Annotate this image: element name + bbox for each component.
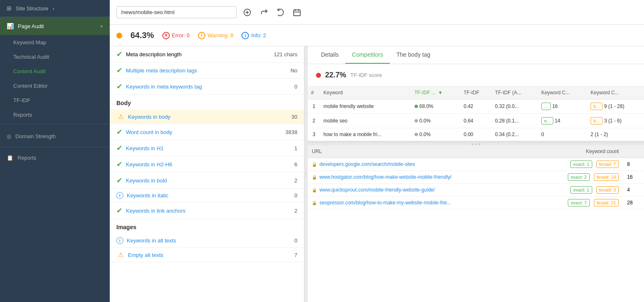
sidebar-item-reports-sub[interactable]: Reports	[0, 108, 110, 122]
row-keyword-1: mobile seo	[320, 114, 411, 128]
sidebar-item-keyword-map[interactable]: Keyword Map	[0, 35, 110, 50]
page-audit-section: 📊 Page Audit ▾ Keyword Map Technical Aud…	[0, 17, 110, 122]
url-table-row[interactable]: 🔒 www.hostgator.com/blog/how-make-websit…	[308, 171, 644, 184]
count-num-col-header	[623, 145, 644, 158]
lock-icon-2: 🔒	[312, 188, 317, 192]
tfidf-score-label: TF-IDF score	[350, 72, 382, 78]
keywords-bold-label[interactable]: Keywords in bold	[126, 177, 291, 184]
row-tfidf-pct-2: 0.0%	[411, 128, 461, 141]
keywords-h1-label[interactable]: Keywords in H1	[126, 145, 291, 151]
sidebar-item-domain-strength[interactable]: ◎ Domain Strength	[0, 127, 110, 145]
table-row[interactable]: 2 mobile seo 0.0% 0.64 0.28 (0.1... e...…	[308, 114, 644, 128]
keywords-italic-label[interactable]: Keywords in italic	[127, 192, 291, 199]
keyword-count-col-header: Keyword count	[533, 145, 623, 158]
share-button[interactable]	[258, 7, 270, 18]
tab-body-tag[interactable]: The body tag	[390, 46, 437, 64]
url-link-3[interactable]: seopressor.com/blog/how-to-make-my-websi…	[319, 200, 451, 206]
reports-icon: 📋	[7, 155, 13, 161]
sidebar-item-page-audit[interactable]: 📊 Page Audit ▾	[0, 17, 110, 35]
empty-alt-label[interactable]: Empty alt texts	[128, 252, 291, 258]
keyword-badges-1: exact: 2 broad: 14	[533, 171, 623, 184]
keywords-h2h6-row: ✔ Keywords in H2-H6 6	[110, 156, 304, 173]
row-tfidf-avg-2: 0.34 (0.2...	[492, 128, 538, 141]
calendar-button[interactable]	[291, 7, 303, 18]
sidebar-item-technical-audit[interactable]: Technical Audit	[0, 50, 110, 64]
col-num: #	[308, 86, 320, 99]
keyword-badges-0: exact: 1 broad: 7	[533, 158, 623, 171]
word-count-label[interactable]: Word count in body	[126, 129, 282, 135]
col-keyword: Keyword	[320, 86, 411, 99]
keyword-c2-btn-1[interactable]: b...	[591, 117, 603, 125]
word-count-check-icon: ✔	[116, 127, 123, 137]
url-cell-3: 🔒 seopressor.com/blog/how-to-make-my-web…	[308, 197, 533, 209]
status-bar: 64.3% ✕ Error: 0 ! Warning: 8 i Info: 2	[110, 25, 644, 46]
sidebar-site-structure[interactable]: ⊞ Site Structure ›	[0, 0, 110, 17]
sidebar-item-tfidf[interactable]: TF-IDF	[0, 93, 110, 108]
body-section-header: Body	[110, 96, 304, 110]
keyword-table: # Keyword TF-IDF ... ▼ TF-IDF TF-IDF (A.…	[308, 86, 644, 141]
keywords-link-label[interactable]: Keywords in link anchors	[126, 208, 291, 214]
url-link-0[interactable]: developers.google.com/search/mobile-site…	[319, 161, 415, 167]
url-link-1[interactable]: www.hostgator.com/blog/how-make-website-…	[319, 174, 451, 180]
keywords-link-value: 2	[294, 208, 297, 214]
score-dot	[116, 33, 122, 38]
row-tfidf-avg-1: 0.28 (0.1...	[492, 114, 538, 128]
tfidf-label: TF-IDF	[13, 97, 30, 103]
keywords-italic-value: 0	[294, 192, 297, 199]
refresh-button[interactable]	[275, 7, 286, 18]
info-icon: i	[241, 32, 249, 39]
panel-divider[interactable]: ⋮	[304, 46, 308, 302]
exact-badge-3: exact: 7	[568, 199, 590, 206]
table-row[interactable]: 3 how to make a mobile fri... 0.0% 0.00 …	[308, 128, 644, 141]
page-audit-icon: 📊	[7, 23, 14, 29]
tfidf-score-value: 22.7%	[325, 71, 346, 79]
url-input[interactable]	[116, 6, 236, 18]
meta-desc-check-icon: ✔	[116, 50, 123, 59]
multiple-meta-label[interactable]: Multiple meta description tags	[126, 67, 287, 74]
col-keyword-c2: Keyword C...	[587, 86, 644, 99]
keywords-h2h6-label[interactable]: Keywords in H2-H6	[126, 161, 291, 168]
sidebar-item-content-audit[interactable]: Content Audit	[0, 64, 110, 79]
tab-competitors[interactable]: Competitors	[345, 46, 390, 64]
keywords-link-row: ✔ Keywords in link anchors 2	[110, 203, 304, 219]
tfidf-score-section: 22.7% TF-IDF score	[308, 64, 644, 86]
sidebar-item-content-editor[interactable]: Content Editor	[0, 79, 110, 93]
add-button[interactable]	[241, 7, 253, 18]
row-kw-c1-1: e... 14	[538, 114, 587, 128]
table-row[interactable]: 1 mobile friendly website 68.0% 0.42 0.3…	[308, 99, 644, 114]
info-label: Info: 2	[251, 32, 266, 38]
images-section-header: Images	[110, 221, 304, 234]
url-link-2[interactable]: www.quicksprout.com/mobile-friendly-webs…	[319, 187, 435, 193]
url-count-0: 8	[623, 158, 644, 171]
word-count-row: ✔ Word count in body 3838	[110, 124, 304, 140]
url-table-row[interactable]: 🔒 www.quicksprout.com/mobile-friendly-we…	[308, 184, 644, 197]
multiple-meta-check-icon: ✔	[116, 66, 123, 75]
keywords-meta-keywords-value: 0	[294, 84, 297, 90]
keywords-body-row[interactable]: ⚠ Keywords in body 30	[110, 110, 304, 124]
keywords-bold-check-icon: ✔	[116, 176, 123, 185]
reports-sub-label: Reports	[13, 112, 32, 118]
broad-badge-1: broad: 14	[594, 173, 619, 181]
keywords-meta-keywords-row: ✔ Keywords in meta keywords tag 0	[110, 79, 304, 95]
keyword-c1-btn-1[interactable]: e...	[541, 117, 553, 125]
keywords-link-check-icon: ✔	[116, 206, 123, 215]
page-audit-label: Page Audit	[18, 23, 44, 29]
row-tfidf-avg-0: 0.32 (0.0...	[492, 99, 538, 114]
keywords-alt-label[interactable]: Keywords in alt texts	[127, 237, 291, 244]
sidebar-item-reports[interactable]: 📋 Reports	[0, 149, 110, 167]
keyword-c2-btn-0[interactable]: b...	[591, 103, 603, 110]
col-tfidf: TF-IDF	[460, 86, 492, 99]
main-area: 64.3% ✕ Error: 0 ! Warning: 8 i Info: 2 …	[110, 0, 644, 302]
col-tfidf-sort[interactable]: TF-IDF ... ▼	[411, 86, 461, 99]
row-tfidf-2: 0.00	[460, 128, 492, 141]
site-structure-chevron: ›	[53, 5, 54, 12]
keywords-bold-row: ✔ Keywords in bold 2	[110, 173, 304, 189]
keyword-c1-btn-0[interactable]: ...	[541, 103, 551, 110]
keywords-meta-keywords-label[interactable]: Keywords in meta keywords tag	[126, 84, 291, 90]
tfidf-score-dot	[316, 73, 321, 78]
meta-desc-length-label[interactable]: Meta description length	[126, 51, 270, 58]
tab-details[interactable]: Details	[314, 46, 345, 64]
keywords-body-label[interactable]: Keywords in body	[128, 114, 288, 120]
url-table-row[interactable]: 🔒 seopressor.com/blog/how-to-make-my-web…	[308, 197, 644, 209]
url-table-row[interactable]: 🔒 developers.google.com/search/mobile-si…	[308, 158, 644, 171]
